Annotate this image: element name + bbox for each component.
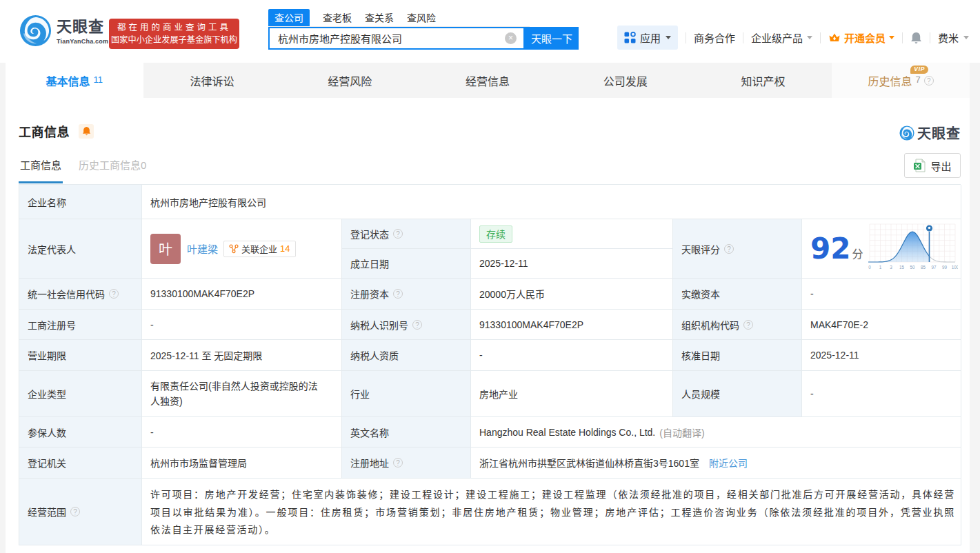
cell-value-text: 20000万人民币 bbox=[479, 287, 545, 301]
cell-value-text: MAK4F70E-2 bbox=[810, 319, 868, 330]
brand-slogan-badge: 都在用的商业查询工具 国家中小企业发展子基金旗下机构 bbox=[109, 19, 239, 49]
menu-divider bbox=[930, 32, 930, 43]
legal-rep-name-link[interactable]: 叶建梁 bbox=[187, 241, 218, 256]
label-staff-size: 人员规模 bbox=[673, 371, 802, 417]
search-row: × 天眼一下 bbox=[268, 27, 579, 50]
help-icon[interactable]: ? bbox=[70, 507, 80, 516]
watermark-logo: 天眼查 bbox=[899, 123, 961, 143]
open-vip-button[interactable]: 开通会员 bbox=[828, 30, 894, 45]
related-companies-count: 14 bbox=[280, 243, 290, 254]
value-registration-authority: 杭州市市场监督管理局 bbox=[142, 448, 342, 479]
tab-legal-litigation[interactable]: 法律诉讼 bbox=[143, 63, 281, 98]
watermark-logo-text: 天眼查 bbox=[917, 123, 961, 143]
value-org-code: MAK4F70E-2 bbox=[802, 310, 961, 340]
score-axis-tick: 1 bbox=[879, 265, 882, 270]
help-icon[interactable]: ? bbox=[109, 289, 119, 299]
tianyancha-logo[interactable]: 天眼查 TianYanCha.com bbox=[19, 14, 108, 47]
label-business-scope: 经营范围? bbox=[19, 479, 142, 545]
user-menu[interactable]: 费米 bbox=[938, 30, 969, 45]
cell-value-text: - bbox=[150, 319, 154, 330]
search-tab-risk[interactable]: 查风险 bbox=[407, 9, 436, 26]
monitor-bell-button[interactable] bbox=[79, 124, 94, 139]
value-industry: 房地产业 bbox=[471, 371, 673, 417]
search-button[interactable]: 天眼一下 bbox=[525, 27, 579, 50]
clear-search-icon[interactable]: × bbox=[505, 32, 517, 44]
related-companies-badge[interactable]: 关联企业 14 bbox=[223, 241, 295, 257]
value-establish-date: 2025-12-11 bbox=[471, 249, 673, 279]
cell-label-text: 登记状态 bbox=[350, 227, 389, 241]
tab-operating-risk[interactable]: 经营风险 bbox=[281, 63, 419, 98]
tab-operating-risk-label: 经营风险 bbox=[328, 72, 372, 89]
help-icon[interactable]: ? bbox=[393, 289, 403, 299]
tab-operating-info[interactable]: 经营信息 bbox=[419, 63, 557, 98]
cell-label-text: 纳税人资质 bbox=[350, 348, 399, 362]
label-company-name: 企业名称 bbox=[19, 185, 142, 219]
tab-intellectual-property-label: 知识产权 bbox=[741, 72, 785, 89]
user-caret-icon bbox=[963, 36, 969, 39]
search-tab-boss[interactable]: 查老板 bbox=[323, 9, 352, 26]
vip-tag: VIP bbox=[910, 66, 928, 74]
orange-bell-icon bbox=[82, 126, 91, 136]
legal-rep-avatar[interactable]: 叶 bbox=[150, 234, 181, 264]
cell-value-text: 有限责任公司(非自然人投资或控股的法人独资) bbox=[150, 372, 324, 416]
search-tab-company[interactable]: 查公司 bbox=[268, 9, 310, 26]
history-help-icon[interactable]: ? bbox=[924, 76, 934, 86]
tab-history-info[interactable]: VIP 历史信息 7 ? bbox=[832, 63, 970, 98]
cell-label-text: 人员规模 bbox=[681, 387, 720, 401]
business-info-card: 工商信息 天眼查 工商信息 历史工商信息0 导出 企业名称 杭州市房地产控股有限 bbox=[6, 98, 970, 553]
cell-label-text: 天眼评分 bbox=[681, 242, 720, 256]
tianyancha-swirl-icon bbox=[19, 14, 52, 47]
top-header: 天眼查 TianYanCha.com 都在用的商业查询工具 国家中小企业发展子基… bbox=[0, 0, 980, 63]
value-registered-capital: 20000万人民币 bbox=[471, 279, 673, 310]
label-legal-representative: 法定代表人 bbox=[19, 219, 142, 279]
score-axis-tick: 15 bbox=[899, 265, 905, 270]
tab-basic-info-label: 基本信息 bbox=[46, 72, 90, 89]
cell-value-text: 91330100MAK4F70E2P bbox=[150, 288, 254, 299]
tab-basic-info[interactable]: 基本信息 11 bbox=[6, 63, 143, 98]
label-tyc-score: 天眼评分? bbox=[673, 219, 802, 279]
value-paid-capital: - bbox=[802, 279, 961, 310]
label-establish-date: 成立日期 bbox=[342, 249, 471, 279]
user-name: 费米 bbox=[938, 30, 959, 45]
cell-value-text: Hangzhou Real Estate Holdings Co., Ltd. bbox=[479, 427, 655, 438]
value-staff-size: - bbox=[802, 371, 961, 417]
menu-enterprise-product[interactable]: 企业级产品 bbox=[751, 30, 812, 45]
value-registration-number: - bbox=[142, 310, 342, 340]
score-axis-tick: 99 bbox=[942, 265, 948, 270]
notification-bell-icon[interactable] bbox=[910, 32, 922, 44]
help-icon[interactable]: ? bbox=[412, 320, 422, 330]
label-approval-date: 核准日期 bbox=[673, 340, 802, 371]
auto-translate-note: (自动翻译) bbox=[659, 425, 704, 439]
search-input[interactable] bbox=[270, 28, 523, 48]
cell-value-text: 杭州市房地产控股有限公司 bbox=[150, 195, 266, 209]
help-icon[interactable]: ? bbox=[393, 229, 403, 239]
tab-legal-litigation-label: 法律诉讼 bbox=[190, 72, 234, 89]
cell-label-text: 行业 bbox=[350, 387, 370, 401]
label-registration-status: 登记状态? bbox=[342, 219, 471, 249]
cell-value-text: 许可项目：房地产开发经营；住宅室内装饰装修；建设工程设计；建设工程施工；建设工程… bbox=[142, 479, 961, 539]
search-tab-relation[interactable]: 查关系 bbox=[365, 9, 394, 26]
value-company-type: 有限责任公司(非自然人投资或控股的法人独资) bbox=[142, 371, 342, 417]
tab-intellectual-property[interactable]: 知识产权 bbox=[694, 63, 832, 98]
apps-menu-button[interactable]: 应用 bbox=[617, 26, 678, 50]
value-tyc-score[interactable]: 92 分 0 bbox=[802, 219, 961, 279]
label-credit-code: 统一社会信用代码? bbox=[19, 279, 142, 310]
help-icon[interactable]: ? bbox=[743, 320, 753, 330]
cell-label-text: 工商注册号 bbox=[28, 318, 76, 332]
cell-value-text: 浙江省杭州市拱墅区武林街道仙林桥直街3号1601室 bbox=[479, 456, 699, 470]
subtab-business-info[interactable]: 工商信息 bbox=[19, 157, 63, 183]
cell-value-text: - bbox=[810, 388, 814, 399]
label-registration-number: 工商注册号 bbox=[19, 310, 142, 340]
tab-company-development[interactable]: 公司发展 bbox=[557, 63, 694, 98]
cell-value-text: 房地产业 bbox=[479, 387, 518, 401]
export-button[interactable]: 导出 bbox=[904, 153, 961, 178]
subtab-history-business-info[interactable]: 历史工商信息0 bbox=[77, 157, 148, 183]
section-title: 工商信息 bbox=[19, 122, 70, 140]
watermark-swirl-icon bbox=[899, 125, 914, 141]
help-icon[interactable]: ? bbox=[393, 458, 403, 467]
help-icon[interactable]: ? bbox=[724, 244, 734, 254]
menu-business-cooperation[interactable]: 商务合作 bbox=[694, 30, 735, 45]
nearby-companies-link[interactable]: 附近公司 bbox=[709, 456, 748, 470]
cell-label-text: 企业名称 bbox=[28, 195, 66, 209]
value-approval-date: 2025-12-11 bbox=[802, 340, 961, 371]
